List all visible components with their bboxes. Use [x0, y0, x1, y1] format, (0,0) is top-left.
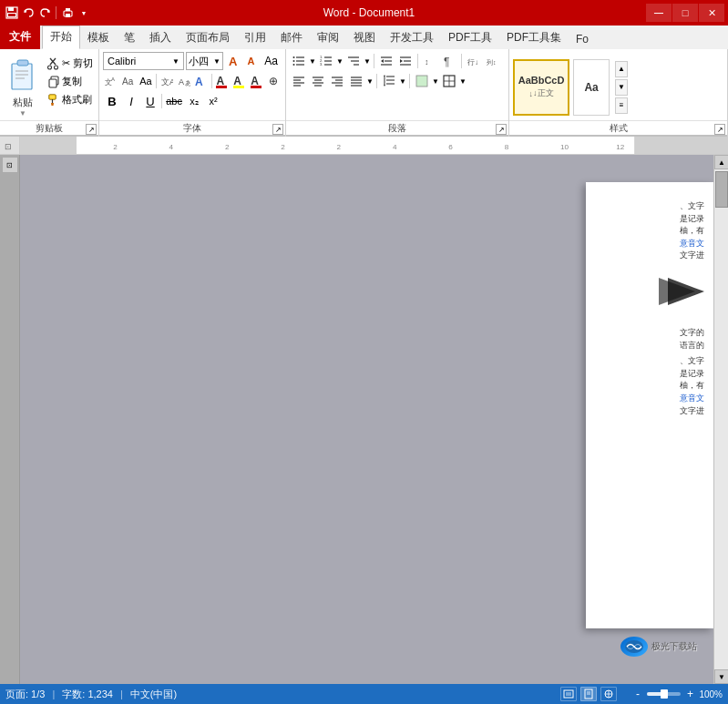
maximize-button[interactable]: □ [672, 4, 698, 22]
scroll-up-button[interactable]: ▲ [714, 155, 728, 169]
justify-dropdown[interactable]: ▼ [366, 72, 374, 90]
highlight-button[interactable]: A [231, 72, 247, 90]
paragraph-marks-button[interactable]: ¶ [440, 52, 458, 70]
styles-expand-button[interactable]: ↗ [714, 124, 725, 135]
superscript-button[interactable]: x² [204, 92, 222, 110]
justify-button[interactable] [347, 72, 365, 90]
tab-insert[interactable]: 插入 [142, 27, 179, 49]
align-right-button[interactable] [328, 72, 346, 90]
charcaps-button[interactable]: Aa [138, 72, 154, 90]
tab-file[interactable]: 文件 [0, 26, 40, 49]
tab-pen[interactable]: 笔 [117, 27, 142, 49]
clipboard-expand-button[interactable]: ↗ [86, 124, 97, 135]
bullets-button[interactable] [290, 52, 308, 70]
zoom-in-button[interactable]: + [683, 688, 696, 700]
clear-format-button[interactable]: Aa [261, 52, 282, 70]
view-read-button[interactable] [560, 687, 577, 701]
charbackground-button[interactable]: A [248, 72, 264, 90]
borders-button[interactable] [440, 72, 458, 90]
shrink-font-button[interactable]: A [243, 52, 260, 70]
font-name-select[interactable]: Calibri ▼ [103, 52, 184, 70]
tab-template[interactable]: 模板 [80, 27, 117, 49]
linecount-button[interactable]: 行↓ [465, 52, 483, 70]
copy-button[interactable]: 复制 [44, 73, 97, 90]
charcount-button[interactable]: 列↕ [484, 52, 502, 70]
cut-button[interactable]: ✂ 剪切 [44, 55, 97, 72]
textcolor-button[interactable]: A [213, 72, 230, 90]
scroll-track[interactable] [714, 169, 728, 669]
tab-layout[interactable]: 页面布局 [179, 27, 237, 49]
svg-marker-51 [400, 59, 403, 63]
multilevel-button[interactable] [344, 52, 363, 70]
minimize-button[interactable]: ─ [646, 4, 672, 22]
align-left-button[interactable] [290, 72, 308, 90]
increase-indent-button[interactable] [396, 52, 415, 70]
westerncaps-button[interactable]: Aa [120, 72, 137, 90]
scroll-down-button[interactable]: ▼ [714, 669, 728, 684]
undo-button[interactable] [20, 5, 36, 21]
shading-dropdown[interactable]: ▼ [432, 72, 439, 90]
tab-home[interactable]: 开始 [42, 26, 80, 49]
grow-font-button[interactable]: A [225, 52, 241, 70]
borders-dropdown[interactable]: ▼ [459, 72, 467, 90]
tab-view[interactable]: 视图 [346, 27, 383, 49]
multilevel-dropdown[interactable]: ▼ [364, 52, 371, 70]
linespace-button[interactable] [380, 72, 398, 90]
tab-references[interactable]: 引用 [237, 27, 273, 49]
tab-mail[interactable]: 邮件 [273, 27, 310, 49]
cut-label: ✂ 剪切 [62, 56, 93, 70]
underline-button[interactable]: U [141, 92, 159, 110]
document-canvas[interactable]: 、文字 是记录 柚，有 意音文 文字进 文字的 语言的 、文字 是记录 [20, 155, 713, 684]
svg-text:6: 6 [448, 143, 453, 151]
svg-point-16 [48, 66, 52, 69]
zoom-slider[interactable] [647, 692, 681, 696]
format-paint-button[interactable]: 格式刷 [44, 91, 97, 108]
numbering-button[interactable]: 1.2.3. [317, 52, 335, 70]
svg-text:8: 8 [505, 143, 509, 151]
svg-text:文A: 文A [161, 77, 173, 87]
zoom-out-button[interactable]: - [631, 688, 644, 700]
tab-dev[interactable]: 开发工具 [383, 27, 441, 49]
texteffects-button[interactable]: A [193, 72, 210, 90]
tab-review[interactable]: 审阅 [310, 27, 346, 49]
decrease-indent-button[interactable] [377, 52, 395, 70]
tab-pdf[interactable]: PDF工具 [441, 27, 499, 49]
charspacing-button[interactable]: 文A [159, 72, 175, 90]
bullets-dropdown[interactable]: ▼ [309, 52, 316, 70]
sort-button[interactable]: ↕ [421, 52, 439, 70]
phonetic-button[interactable]: 文A [103, 72, 119, 90]
ruler-left-icon[interactable]: ⊡ [2, 157, 18, 173]
paragraph-expand-button[interactable]: ↗ [496, 124, 507, 135]
font-size-select[interactable]: 小四 ▼ [186, 52, 223, 70]
style-normal-item[interactable]: AaBbCcD ↓↓正文 [513, 59, 569, 116]
shading-button[interactable] [413, 72, 431, 90]
styles-scroll-down[interactable]: ▼ [615, 79, 628, 96]
styles-gallery: AaBbCcD ↓↓正文 Aa ▲ ▼ ≡ [513, 52, 723, 122]
western-button[interactable]: Aぁ [176, 72, 192, 90]
subscript-button[interactable]: x₂ [185, 92, 203, 110]
styles-scroll-up[interactable]: ▲ [615, 61, 628, 77]
view-page-button[interactable] [580, 687, 597, 701]
tab-pdftools[interactable]: PDF工具集 [499, 27, 569, 49]
linespace-dropdown[interactable]: ▼ [399, 72, 406, 90]
scroll-thumb[interactable] [715, 171, 728, 208]
charshading-button[interactable]: ⊕ [265, 72, 282, 90]
strikethrough-button[interactable]: abc [164, 92, 184, 110]
align-center-button[interactable] [309, 72, 327, 90]
styles-more[interactable]: ≡ [615, 97, 628, 114]
close-button[interactable]: ✕ [699, 4, 724, 22]
tab-fo[interactable]: Fo [569, 30, 596, 49]
print-button[interactable] [59, 5, 76, 21]
style-heading1-item[interactable]: Aa [573, 59, 610, 116]
font-expand-button[interactable]: ↗ [272, 124, 283, 135]
bold-button[interactable]: B [103, 92, 121, 110]
italic-button[interactable]: I [122, 92, 140, 110]
customize-qa-button[interactable]: ▼ [76, 5, 92, 21]
save-button[interactable] [4, 5, 20, 21]
numbering-dropdown[interactable]: ▼ [336, 52, 343, 70]
redo-button[interactable] [36, 5, 53, 21]
paste-button[interactable]: 粘贴 ▼ [2, 51, 44, 122]
svg-point-33 [293, 60, 295, 62]
view-web-button[interactable] [600, 687, 617, 701]
ruler-corner[interactable]: ⊡ [0, 137, 20, 155]
